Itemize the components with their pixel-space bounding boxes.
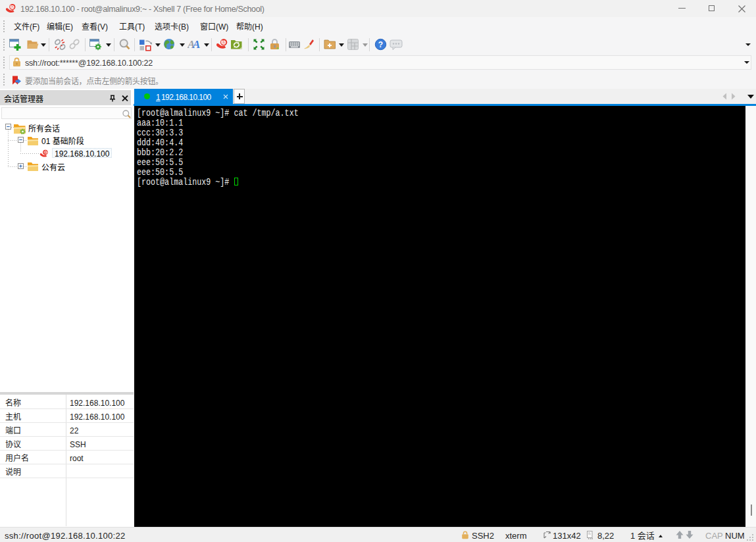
svg-text:?: ? bbox=[378, 40, 383, 49]
svg-text:A: A bbox=[192, 38, 200, 51]
